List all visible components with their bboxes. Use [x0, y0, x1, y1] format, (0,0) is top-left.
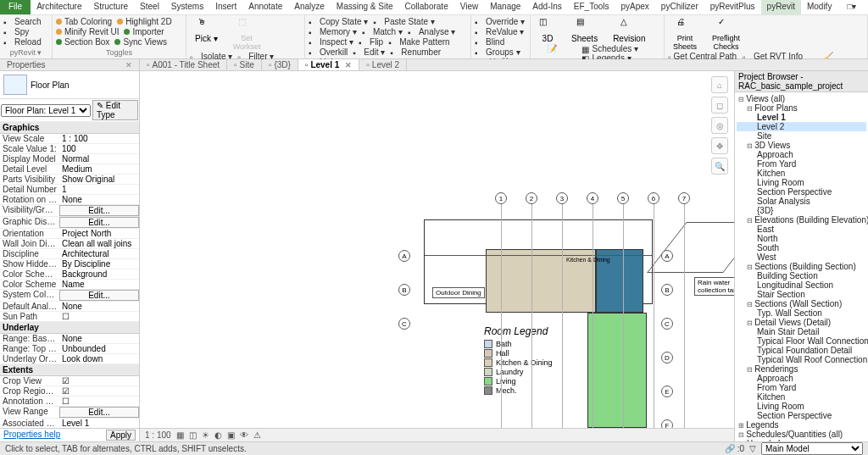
ribbon-item[interactable]: ▪Override ▾: [475, 17, 526, 26]
tree-node[interactable]: Approach: [737, 374, 866, 383]
tree-node[interactable]: Sections (Building Section): [737, 262, 866, 271]
prop-row[interactable]: Color Scheme LocationBackground: [0, 269, 139, 280]
ribbon-item[interactable]: Sync Views: [114, 37, 167, 47]
tree-node[interactable]: Section Perspective: [737, 187, 866, 197]
menu-collaborate[interactable]: Collaborate: [399, 0, 454, 14]
doc-tab[interactable]: ▫{3D}: [262, 59, 298, 70]
doc-tab[interactable]: ▫Level 2: [359, 59, 407, 70]
revision-button[interactable]: △Revision: [608, 17, 650, 43]
instance-selector[interactable]: Floor Plan: Level 1: [1, 104, 91, 117]
prop-row[interactable]: System Color SchemesEdit...: [0, 290, 139, 302]
prop-group[interactable]: Underlay: [0, 322, 139, 334]
prop-row[interactable]: Range: Base LevelNone: [0, 334, 139, 344]
ribbon-item[interactable]: ▪Spy: [3, 27, 29, 36]
tree-node[interactable]: Approach: [737, 150, 866, 159]
tree-node[interactable]: Detail Views (Detail): [737, 318, 866, 327]
tree-node[interactable]: Schedules/Quantities (all): [737, 430, 866, 439]
type-selector[interactable]: Floor Plan: [0, 71, 139, 99]
view-scale[interactable]: 1 : 100: [145, 430, 171, 440]
tree-node[interactable]: Sections (Wall Section): [737, 299, 866, 308]
tree-node[interactable]: Level 2: [737, 122, 866, 131]
nav-home-icon[interactable]: ⌂: [711, 76, 728, 93]
prop-row[interactable]: Detail LevelMedium: [0, 164, 139, 175]
ribbon-item[interactable]: ▪Blind: [475, 37, 526, 47]
prop-group[interactable]: Extents: [0, 364, 139, 376]
prop-row[interactable]: Color SchemeName: [0, 280, 139, 290]
prop-row[interactable]: Rotation on SheetNone: [0, 195, 139, 205]
menu-pychilizer[interactable]: pyChilizer: [655, 0, 704, 14]
ribbon-item[interactable]: Minify Revit UI: [56, 27, 119, 36]
tree-node[interactable]: 3D Views: [737, 141, 866, 150]
tree-node[interactable]: South: [737, 243, 866, 252]
status-selection[interactable]: 🔗 :0: [725, 444, 744, 453]
tree-node[interactable]: From Yard: [737, 159, 866, 169]
tree-node[interactable]: Living Room: [737, 178, 866, 187]
nav-cube-icon[interactable]: ◻: [711, 97, 728, 114]
menu-view[interactable]: View: [454, 0, 485, 14]
properties-help-link[interactable]: Properties help: [3, 430, 60, 441]
tree-node[interactable]: {3D}: [737, 206, 866, 215]
shadows-icon[interactable]: ◐: [214, 430, 222, 440]
hide-icon[interactable]: 👁: [240, 430, 248, 440]
ribbon-item[interactable]: ▪Overkill: [309, 47, 348, 57]
ribbon-item[interactable]: ▪Match ▾: [362, 27, 403, 36]
tree-node[interactable]: Section Perspective: [737, 411, 866, 420]
menu-eftools[interactable]: EF_Tools: [568, 0, 615, 14]
ribbon-item[interactable]: Importer: [124, 27, 164, 36]
prop-row[interactable]: Sun Path: [0, 312, 139, 322]
doc-tab[interactable]: ▫Level 1✕: [298, 59, 359, 70]
ribbon-item[interactable]: ▪Renumber: [390, 47, 441, 57]
prop-row[interactable]: Visibility/Graphics Over...Edit...: [0, 205, 139, 217]
menu-manage[interactable]: Manage: [484, 0, 526, 14]
tree-node[interactable]: Typical Wall Roof Connection: [737, 355, 866, 364]
prop-row[interactable]: Crop View: [0, 376, 139, 386]
tree-node[interactable]: Building Section: [737, 271, 866, 280]
prop-row[interactable]: DisciplineArchitectural: [0, 249, 139, 259]
menu-architecture[interactable]: Architecture: [31, 0, 87, 14]
property-grid[interactable]: GraphicsView Scale1 : 100Scale Value 1:1…: [0, 122, 139, 428]
prop-row[interactable]: Underlay OrientationLook down: [0, 354, 139, 364]
reveal-icon[interactable]: ⚠: [253, 430, 261, 440]
ribbon-item[interactable]: Tab Coloring: [56, 17, 112, 26]
ribbon-item[interactable]: ▪Flip: [359, 37, 383, 47]
ribbon-item[interactable]: ▪Analyse ▾: [408, 27, 455, 36]
menu-pyrevitplus[interactable]: pyRevitPlus: [704, 0, 761, 14]
ribbon-item[interactable]: ▪Edit ▾: [353, 47, 385, 57]
ribbon-item[interactable]: ▪Paste State ▾: [373, 17, 434, 26]
menu-analyze[interactable]: Analyze: [288, 0, 331, 14]
close-icon[interactable]: ✕: [125, 61, 132, 69]
close-icon[interactable]: ✕: [345, 61, 352, 69]
tree-node[interactable]: Typical Floor Wall Connection: [737, 336, 866, 346]
tree-node[interactable]: North: [737, 234, 866, 243]
tree-node[interactable]: East: [737, 225, 866, 234]
tree-node[interactable]: Kitchen: [737, 392, 866, 402]
pick-button[interactable]: 🖱Pick ▾: [190, 17, 223, 51]
edit-type-button[interactable]: ✎ Edit Type: [92, 100, 138, 120]
prop-row[interactable]: Associated LevelLevel 1: [0, 419, 139, 428]
ribbon-item[interactable]: ▪Inspect ▾: [309, 37, 353, 47]
tree-node[interactable]: From Yard: [737, 383, 866, 392]
prop-row[interactable]: Annotation Crop: [0, 397, 139, 407]
menu-structure[interactable]: Structure: [87, 0, 134, 14]
status-filter-icon[interactable]: ▽: [749, 444, 756, 453]
tree-node[interactable]: Legends: [737, 420, 866, 430]
tree-node[interactable]: Solar Analysis: [737, 197, 866, 206]
prop-row[interactable]: Range: Top LevelUnbounded: [0, 344, 139, 354]
tree-node[interactable]: Renderings: [737, 364, 866, 374]
view-canvas[interactable]: Outdoor Dining Rain water collection tan…: [140, 71, 734, 441]
ribbon-item[interactable]: Section Box: [56, 37, 109, 47]
menu-pyapex[interactable]: pyApex: [615, 0, 655, 14]
detail-level-icon[interactable]: ▦: [176, 430, 184, 440]
ribbon-item[interactable]: ▪Reload: [3, 37, 42, 47]
nav-wheel-icon[interactable]: ◎: [711, 117, 728, 134]
tree-node[interactable]: Site: [737, 131, 866, 141]
ribbon-item[interactable]: ▪Groups ▾: [475, 47, 526, 57]
doc-tab[interactable]: ▫A001 - Title Sheet: [140, 59, 227, 70]
tree-node[interactable]: Stair Section: [737, 290, 866, 299]
tree-node[interactable]: Living Room: [737, 402, 866, 411]
workset-selector[interactable]: Main Model: [761, 442, 863, 455]
sheets-button[interactable]: ▤Sheets: [566, 17, 603, 43]
tree-node[interactable]: Elevations (Building Elevation): [737, 215, 866, 225]
ribbon-item[interactable]: ▪ReValue ▾: [475, 27, 526, 36]
menu-massingsite[interactable]: Massing & Site: [331, 0, 399, 14]
